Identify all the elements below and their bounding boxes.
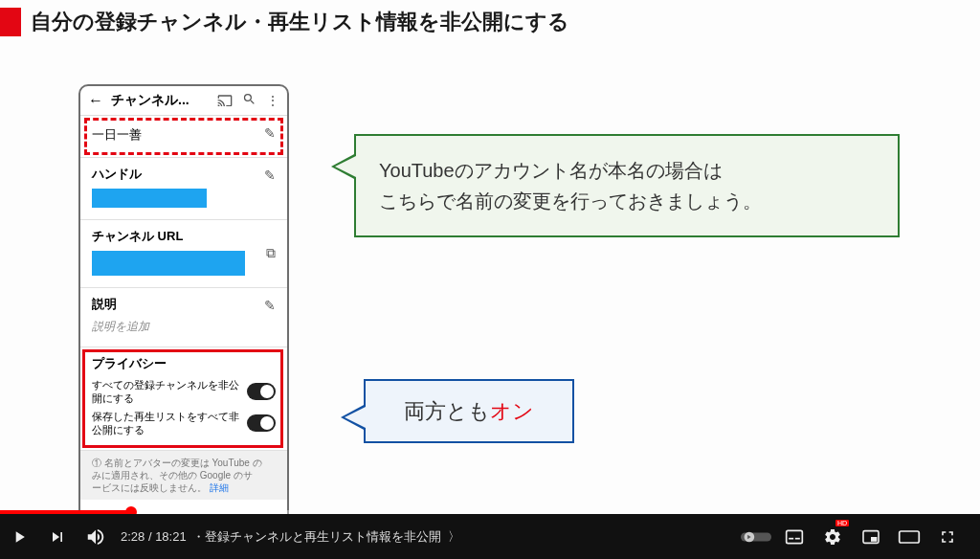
volume-button[interactable]: [77, 514, 115, 559]
svg-rect-7: [900, 531, 920, 543]
next-button[interactable]: [38, 514, 77, 559]
chapter-title: 登録チャンネルと再生リスト情報を非公開: [205, 529, 441, 544]
title-marker: [0, 8, 21, 36]
desc-hint: 説明を追加: [92, 319, 276, 335]
callout-name-tip: YouTubeのアカウント名が本名の場合は こちらで名前の変更を行っておきましょ…: [354, 134, 900, 237]
controls-right: [737, 514, 980, 559]
more-icon[interactable]: ⋮: [266, 93, 279, 108]
chapter-sep: ・: [192, 529, 205, 544]
handle-section: ハンドル ✎: [80, 158, 287, 220]
time-display: 2:28 / 18:21: [121, 529, 187, 544]
miniplayer-button[interactable]: [852, 514, 890, 559]
footer-line3: ービスには反映しません。: [92, 482, 207, 493]
search-icon[interactable]: [242, 92, 256, 109]
chevron-right-icon: 〉: [448, 529, 460, 544]
slide-title: 自分の登録チャンネル・再生リスト情報を非公開にする: [31, 8, 569, 36]
chapter-display[interactable]: ・登録チャンネルと再生リスト情報を非公開 〉: [192, 528, 461, 546]
channel-url-section: チャンネル URL ⧉: [80, 220, 287, 288]
callout-both-on: 両方ともオン: [364, 379, 574, 443]
handle-label: ハンドル: [92, 166, 276, 183]
fullscreen-button[interactable]: [928, 514, 967, 559]
video-content: 自分の登録チャンネル・再生リスト情報を非公開にする ← チャンネル... ⋮ 一…: [0, 0, 980, 524]
callout-blue-on: オン: [490, 399, 534, 423]
phone-header: ← チャンネル... ⋮: [80, 86, 287, 116]
svg-rect-2: [787, 530, 803, 543]
edit-name-icon[interactable]: ✎: [264, 125, 276, 141]
privacy-toggle-1[interactable]: [247, 383, 276, 400]
back-arrow-icon[interactable]: ←: [88, 92, 103, 109]
privacy-item-1-text: すべての登録チャンネルを非公開にする: [92, 378, 247, 406]
autoplay-toggle[interactable]: [737, 514, 775, 559]
privacy-item-2: 保存した再生リストをすべて非公開にする: [92, 410, 276, 437]
footer-line1: ① 名前とアバターの変更は YouTube の: [92, 458, 262, 468]
channel-name: 一日一善: [92, 127, 142, 142]
callout-green-line1: YouTubeのアカウント名が本名の場合は: [379, 155, 875, 186]
phone-mockup: ← チャンネル... ⋮ 一日一善 ✎ ハンドル ✎ チャンネル URL ⧉: [78, 84, 289, 525]
cast-icon[interactable]: [217, 93, 233, 109]
desc-label: 説明: [92, 296, 276, 313]
edit-desc-icon[interactable]: ✎: [264, 298, 276, 313]
settings-button[interactable]: [813, 514, 852, 559]
url-value-masked: [92, 251, 245, 276]
channel-name-row[interactable]: 一日一善 ✎: [80, 116, 287, 158]
phone-footer-note: ① 名前とアバターの変更は YouTube の みに適用され、その他の Goog…: [80, 451, 287, 500]
privacy-label: プライバシー: [92, 355, 276, 372]
callout-blue-text: 両方とも: [404, 399, 490, 423]
privacy-toggle-2[interactable]: [247, 414, 276, 432]
theater-button[interactable]: [890, 514, 928, 559]
footer-line2: みに適用され、その他の Google のサ: [92, 470, 253, 481]
footer-link[interactable]: 詳細: [210, 482, 229, 493]
controls-left: 2:28 / 18:21 ・登録チャンネルと再生リスト情報を非公開 〉: [0, 514, 460, 559]
svg-rect-3: [789, 537, 793, 539]
handle-value-masked: [92, 189, 207, 208]
slide-title-bar: 自分の登録チャンネル・再生リスト情報を非公開にする: [0, 0, 980, 44]
description-section: 説明 説明を追加 ✎: [80, 288, 287, 347]
subtitles-button[interactable]: [775, 514, 813, 559]
play-button[interactable]: [0, 514, 38, 559]
phone-header-title: チャンネル...: [111, 92, 208, 109]
copy-url-icon[interactable]: ⧉: [266, 245, 276, 261]
url-label: チャンネル URL: [92, 228, 276, 245]
svg-rect-6: [871, 537, 877, 542]
privacy-item-2-text: 保存した再生リストをすべて非公開にする: [92, 410, 247, 437]
privacy-item-1: すべての登録チャンネルを非公開にする: [92, 378, 276, 406]
callout-green-line2: こちらで名前の変更を行っておきましょう。: [379, 186, 875, 216]
svg-rect-4: [795, 537, 800, 539]
player-controls: 2:28 / 18:21 ・登録チャンネルと再生リスト情報を非公開 〉: [0, 514, 980, 559]
privacy-section: プライバシー すべての登録チャンネルを非公開にする 保存した再生リストをすべて非…: [80, 347, 287, 451]
edit-handle-icon[interactable]: ✎: [264, 168, 276, 183]
